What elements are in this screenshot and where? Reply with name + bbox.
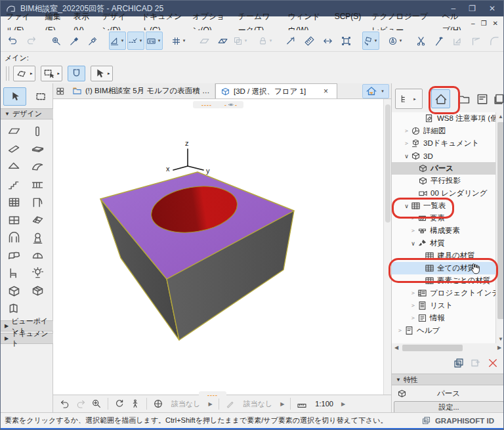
chevron-right-icon[interactable]: ▶ xyxy=(280,401,284,407)
navigator-tab-project-map[interactable] xyxy=(431,89,450,108)
coordinate-input-button[interactable]: ▾ xyxy=(146,32,163,50)
tree-item-8[interactable]: ＞要素 xyxy=(392,212,495,225)
rotate-dropdown-icon[interactable]: ▾ xyxy=(373,38,379,43)
editing-plane-display-button[interactable] xyxy=(214,32,231,50)
window-tool-button[interactable] xyxy=(2,211,26,229)
scroll-down-icon[interactable]: ▼ xyxy=(496,335,504,343)
tree-expand-icon[interactable]: ＞ xyxy=(409,226,417,235)
pen-set-button[interactable] xyxy=(223,397,238,411)
tab-overview-button[interactable] xyxy=(53,83,68,98)
collapsed-quickbar-handle[interactable]: ---- xyxy=(199,391,226,398)
selection-geometry-button[interactable]: ▸ xyxy=(13,66,35,81)
arrow-tool-button[interactable]: ▸ xyxy=(91,66,113,81)
toolbox-section-design[interactable]: ▼ デザイン xyxy=(1,108,53,119)
properties-header[interactable]: ▼ 特性 xyxy=(392,374,504,385)
trim-button[interactable] xyxy=(430,32,448,50)
shell-tool-button[interactable] xyxy=(26,158,49,176)
scale-value-label[interactable]: 1:100 xyxy=(315,400,333,408)
mdi-minimize-button[interactable]: – xyxy=(471,20,475,27)
beam-tool-button[interactable] xyxy=(2,140,26,158)
morph-3d-object[interactable]: z x y xyxy=(53,99,383,395)
navigator-tab-view-map[interactable] xyxy=(454,89,473,108)
object-tool-button[interactable] xyxy=(26,229,49,247)
mdi-restore-button[interactable]: ❐ xyxy=(481,20,487,27)
scroll-left-icon[interactable]: ◀ xyxy=(392,343,401,353)
orientation-dropdown-icon[interactable]: ▾ xyxy=(398,38,404,43)
snap-guides-button[interactable]: ▾ xyxy=(127,32,144,50)
viewpoint-settings-button[interactable] xyxy=(453,357,465,369)
mesh-tool-button[interactable] xyxy=(26,282,49,300)
stretch-button[interactable] xyxy=(319,32,336,50)
roof-tool-button[interactable] xyxy=(2,158,26,176)
chevron-right-icon[interactable]: ▸ xyxy=(108,71,110,76)
tree-item-11[interactable]: 建具の材質 xyxy=(392,249,495,262)
tree-item-10[interactable]: ∨材質 xyxy=(392,237,495,249)
collapsed-palette-handle[interactable]: ---- xyxy=(193,101,220,108)
lock-elements-button[interactable]: ▾ xyxy=(257,32,274,50)
skylight-tool-button[interactable] xyxy=(26,211,49,229)
opening-panel-tool-button[interactable] xyxy=(2,300,26,318)
tree-item-1[interactable]: ＞詳細図 xyxy=(392,125,495,137)
grid-snap-dropdown-icon[interactable]: ▾ xyxy=(181,38,187,43)
tree-expand-icon[interactable]: ＞ xyxy=(396,326,404,335)
tree-expand-icon[interactable]: ＞ xyxy=(409,289,417,297)
new-viewpoint-button[interactable] xyxy=(470,357,482,369)
fillet-chamfer-button[interactable] xyxy=(486,32,503,50)
tree-vertical-scrollbar[interactable]: ▲ ▼ xyxy=(495,112,504,343)
tree-collapse-icon[interactable]: ∨ xyxy=(402,203,411,209)
zone-tool-button[interactable] xyxy=(2,282,26,300)
tree-item-17[interactable]: ＞ヘルプ xyxy=(392,324,495,337)
chevron-right-icon[interactable]: ▶ xyxy=(341,401,345,407)
tree-item-9[interactable]: ＞構成要素 xyxy=(392,225,495,237)
tree-item-0[interactable]: WS8 注意事項 (個別 xyxy=(392,112,495,125)
drawing-scale-button[interactable] xyxy=(295,397,309,411)
pick-up-parameters-button[interactable] xyxy=(47,32,64,50)
guide-lines-button[interactable]: ▾ xyxy=(109,32,126,50)
curtain-wall-tool-button[interactable] xyxy=(2,194,26,211)
marker-filter-1-label[interactable]: 該当なし xyxy=(171,399,201,409)
3d-viewport[interactable]: ---- -- xyxy=(53,99,383,395)
grid-snap-button[interactable]: ▾ xyxy=(171,32,188,50)
split-button[interactable] xyxy=(412,32,429,50)
undo-button[interactable] xyxy=(4,32,21,50)
close-button[interactable]: ✕ xyxy=(489,4,495,13)
tree-item-2[interactable]: ＞3Dドキュメント xyxy=(392,137,495,150)
tree-expand-icon[interactable]: ＞ xyxy=(409,214,417,223)
edit-selection-button[interactable] xyxy=(337,32,354,50)
toolbar-grip[interactable] xyxy=(6,66,9,81)
collapsed-eye-palette-handle[interactable]: -- xyxy=(219,101,243,108)
tab-close-button[interactable]: × xyxy=(309,87,332,96)
tree-item-5[interactable]: 平行投影 xyxy=(392,175,495,187)
tree-item-4[interactable]: パース xyxy=(392,162,495,175)
marquee-method-button[interactable]: ▸ xyxy=(41,66,63,81)
tree-item-16[interactable]: ＞情報 xyxy=(392,312,495,324)
toolbox-section-document[interactable]: ▶ ドキュメント xyxy=(1,333,53,344)
coordinate-input-dropdown-icon[interactable]: ▾ xyxy=(156,38,162,43)
project-chooser-button[interactable]: ▸ xyxy=(395,89,423,109)
tree-expand-icon[interactable]: ＞ xyxy=(409,314,417,322)
walk-mode-button[interactable] xyxy=(128,397,142,411)
editing-plane-button[interactable] xyxy=(196,32,213,50)
tree-item-15[interactable]: ＞リスト xyxy=(392,299,495,312)
opening-tool-button[interactable] xyxy=(2,229,26,247)
lamp-tool-button[interactable] xyxy=(26,265,49,282)
guide-lines-dropdown-icon[interactable]: ▾ xyxy=(119,38,125,43)
tree-item-6[interactable]: 00 レンダリング xyxy=(392,187,495,200)
redo-button[interactable] xyxy=(22,32,39,50)
scroll-up-icon[interactable]: ▲ xyxy=(496,112,504,121)
virtual-trace-dropdown-icon[interactable]: ▾ xyxy=(243,38,249,43)
virtual-trace-button[interactable]: ▾ xyxy=(232,32,249,50)
tree-item-3[interactable]: ∨3D xyxy=(392,150,495,162)
absorb-parameters-button[interactable] xyxy=(66,32,83,50)
move-button[interactable] xyxy=(282,32,299,50)
rotate-button[interactable]: ▾ xyxy=(362,32,379,50)
scroll-right-icon[interactable]: ▶ xyxy=(495,343,504,353)
marquee-button[interactable] xyxy=(30,87,52,106)
tree-horizontal-scrollbar[interactable]: ◀ ▶ xyxy=(392,343,504,353)
furniture-tool-button[interactable] xyxy=(2,265,26,282)
shell-dome-tool-button[interactable] xyxy=(26,247,49,265)
tab-3d-window[interactable]: [3D / 選択、フロア 1] × xyxy=(215,83,337,98)
chevron-right-icon[interactable]: ▸ xyxy=(58,71,60,76)
railing-tool-button[interactable] xyxy=(26,176,49,194)
morph-tool-button[interactable] xyxy=(2,247,26,265)
